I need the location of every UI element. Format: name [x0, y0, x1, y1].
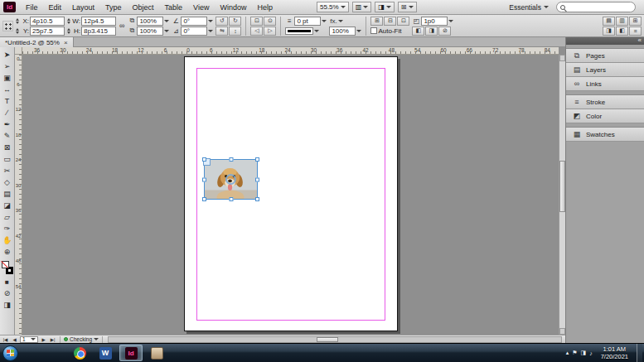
opacity-field[interactable]: 100%	[329, 27, 356, 36]
volume-icon[interactable]: ♪	[589, 350, 593, 356]
fit-content-button[interactable]: ⊞	[370, 17, 383, 26]
height-field[interactable]: 8p3.415	[81, 27, 116, 36]
workspace-switcher[interactable]: Essentials	[506, 3, 552, 12]
chevron-down-icon[interactable]	[164, 30, 169, 35]
gradient-swatch-tool[interactable]: ▤	[1, 188, 14, 200]
scale-x-field[interactable]: 100%	[137, 17, 163, 26]
taskbar-chrome-icon[interactable]	[68, 345, 91, 361]
w-spinner[interactable]	[67, 17, 71, 26]
panel-button-layers[interactable]: ▤ Layers	[566, 63, 644, 77]
page-number-dropdown[interactable]: 1	[20, 336, 38, 343]
gap-tool[interactable]: ↔	[1, 84, 14, 95]
constrain-proportions-icon[interactable]: ∞	[119, 22, 125, 30]
menu-view[interactable]: View	[188, 2, 214, 13]
screen-mode-button[interactable]: ◨	[375, 2, 395, 12]
select-container-button[interactable]: ⊡	[250, 17, 263, 26]
selection-tool[interactable]: ➤	[1, 49, 14, 60]
selection-handle[interactable]	[255, 197, 259, 201]
corner-radius-field[interactable]: 1p0	[421, 17, 448, 26]
menu-window[interactable]: Window	[215, 2, 251, 13]
ruler-origin-corner[interactable]	[15, 47, 22, 55]
apply-none-button[interactable]: ⊘	[1, 287, 14, 299]
vertical-scroll-thumb[interactable]	[559, 161, 565, 212]
selection-handle[interactable]	[202, 157, 206, 162]
h-spinner[interactable]	[67, 27, 71, 36]
horizontal-scrollbar[interactable]	[108, 336, 562, 343]
menu-type[interactable]: Type	[100, 2, 127, 13]
menu-layout[interactable]: Layout	[67, 2, 99, 13]
x-spinner[interactable]	[16, 17, 20, 26]
menu-help[interactable]: Help	[252, 2, 278, 13]
scale-y-field[interactable]: 100%	[137, 27, 163, 36]
selection-handle[interactable]	[255, 177, 259, 181]
wrap-jump-button[interactable]: ⊘	[438, 27, 451, 36]
fill-swatch[interactable]	[2, 261, 9, 268]
taskbar-word-icon[interactable]: W	[94, 345, 117, 361]
selection-handle[interactable]	[202, 197, 206, 201]
next-page-button[interactable]: ▶	[40, 336, 47, 343]
previous-page-button[interactable]: ◀	[11, 336, 18, 343]
selection-handle[interactable]	[202, 177, 206, 181]
taskbar-indesign-icon[interactable]: Id	[119, 345, 143, 361]
center-content-button[interactable]: ⊡	[397, 17, 409, 26]
y-spinner[interactable]	[16, 27, 20, 36]
panel-button-swatches[interactable]: ▦ Swatches	[566, 128, 644, 142]
stroke-weight-field[interactable]: 0 pt	[294, 17, 321, 26]
chevron-down-icon[interactable]	[322, 20, 327, 25]
network-icon[interactable]: ◨	[581, 350, 587, 356]
control-panel-menu-button[interactable]: ≡	[629, 27, 642, 36]
free-transform-tool[interactable]: ◇	[1, 176, 14, 188]
indesign-app-icon[interactable]: Id	[3, 2, 16, 12]
action-center-icon[interactable]: ⚑	[572, 350, 577, 356]
chevron-down-icon[interactable]	[314, 30, 319, 35]
rectangle-tool[interactable]: ▭	[1, 153, 14, 165]
zoom-level-dropdown[interactable]: 55.5%	[317, 2, 349, 12]
x-position-field[interactable]: 4p10.5	[30, 17, 65, 26]
vertical-scrollbar[interactable]	[559, 55, 565, 335]
selection-handle[interactable]	[229, 157, 233, 162]
taskbar-app-icon[interactable]	[145, 345, 168, 361]
object-styles-button[interactable]: ⊞	[629, 17, 642, 26]
select-previous-object-button[interactable]: ◁	[250, 27, 263, 36]
rectangle-frame-tool[interactable]: ⊠	[1, 142, 14, 153]
scroll-up-arrow[interactable]	[559, 55, 565, 61]
scroll-down-arrow[interactable]	[559, 328, 565, 335]
chevron-down-icon[interactable]	[448, 20, 453, 25]
select-next-object-button[interactable]: ▷	[264, 27, 276, 36]
menu-object[interactable]: Object	[128, 2, 159, 13]
select-content-button[interactable]: ⊙	[264, 17, 276, 26]
reference-point-proxy[interactable]	[2, 21, 13, 31]
chevron-down-icon[interactable]	[356, 30, 361, 35]
autofit-checkbox[interactable]	[370, 27, 377, 34]
chevron-down-icon[interactable]	[338, 20, 343, 25]
view-options-button[interactable]: ▥	[352, 2, 372, 12]
panel-button-stroke[interactable]: ≡ Stroke	[566, 95, 644, 109]
menu-table[interactable]: Table	[160, 2, 188, 13]
panel-button-links[interactable]: ∞ Links	[566, 77, 644, 91]
preflight-status-label[interactable]: Checking	[70, 336, 92, 342]
selection-handle[interactable]	[255, 157, 259, 162]
eyedropper-tool[interactable]: ✑	[1, 223, 14, 234]
content-grabber[interactable]	[225, 174, 236, 185]
arrange-documents-button[interactable]: ⊞	[398, 2, 417, 12]
show-desktop-button[interactable]	[637, 344, 642, 362]
fit-frame-button[interactable]: ⊟	[384, 17, 396, 26]
start-button[interactable]	[2, 345, 18, 361]
shear-angle-field[interactable]: 0°	[181, 27, 207, 36]
line-tool[interactable]: ∕	[1, 107, 14, 118]
gradient-feather-tool[interactable]: ◪	[1, 200, 14, 211]
fill-stroke-swatches[interactable]	[2, 261, 13, 274]
search-input[interactable]	[556, 2, 636, 12]
show-hidden-icons[interactable]: ▴	[566, 350, 569, 356]
rotate-ccw-button[interactable]: ↺	[215, 17, 228, 26]
effects-fx-icon[interactable]: fx.	[329, 17, 337, 25]
pencil-tool[interactable]: ✎	[1, 130, 14, 142]
y-position-field[interactable]: 25p7.5	[30, 27, 65, 36]
type-tool[interactable]: T	[1, 95, 14, 107]
document-page[interactable]	[184, 56, 398, 331]
zoom-tool[interactable]: ⊕	[1, 246, 14, 258]
horizontal-scroll-thumb[interactable]	[317, 337, 338, 342]
pen-tool[interactable]: ✒	[1, 118, 14, 130]
scissors-tool[interactable]: ✂	[1, 165, 14, 176]
first-page-button[interactable]: |◀	[2, 336, 9, 343]
